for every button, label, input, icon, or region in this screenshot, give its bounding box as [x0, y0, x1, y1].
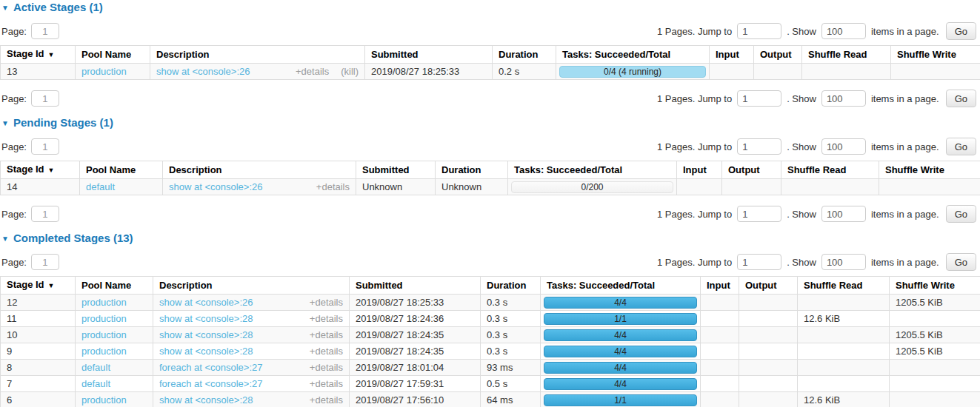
- cell-pool-name: production: [76, 311, 153, 327]
- stage-description-link[interactable]: show at <console>:28: [159, 329, 253, 340]
- cell-output: [722, 179, 781, 195]
- column-header-shuffle-read[interactable]: Shuffle Read: [802, 46, 891, 64]
- pagination-left: Page:: [1, 206, 59, 222]
- column-header-input[interactable]: Input: [710, 46, 754, 64]
- column-header-duration[interactable]: Duration: [481, 277, 541, 295]
- jump-to-page-input[interactable]: [737, 138, 781, 155]
- jump-to-page-input[interactable]: [737, 90, 781, 107]
- column-header-submitted[interactable]: Submitted: [365, 46, 493, 64]
- column-header-pool-name[interactable]: Pool Name: [80, 161, 163, 179]
- column-header-input[interactable]: Input: [701, 277, 739, 295]
- go-button[interactable]: Go: [946, 22, 976, 40]
- column-header-shuffle-write[interactable]: Shuffle Write: [890, 277, 980, 295]
- cell-description: show at <console>:28+details: [153, 311, 350, 327]
- details-toggle[interactable]: +details: [310, 297, 343, 308]
- stage-description-link[interactable]: show at <console>:28: [159, 394, 253, 406]
- pool-name-link[interactable]: production: [81, 394, 127, 406]
- column-header-label: Submitted: [362, 164, 410, 175]
- page-size-input[interactable]: [821, 90, 866, 107]
- pool-name-link[interactable]: default: [81, 378, 110, 389]
- details-toggle[interactable]: +details: [310, 313, 343, 324]
- stage-description-link[interactable]: foreach at <console>:27: [159, 378, 263, 389]
- section-title-active[interactable]: ▼Active Stages (1): [1, 1, 980, 14]
- collapse-arrow-icon: ▼: [1, 4, 9, 12]
- pagination-right: 1 Pages. Jump to. Showitems in a page.Go: [657, 138, 976, 155]
- cell-shuffle-read: 12.6 KiB: [798, 392, 890, 407]
- jump-to-page-input[interactable]: [737, 254, 781, 270]
- pool-name-link[interactable]: production: [81, 329, 127, 340]
- pool-name-link[interactable]: production: [81, 66, 127, 77]
- column-header-stage-id[interactable]: Stage Id▼: [1, 161, 80, 179]
- column-header-duration[interactable]: Duration: [436, 161, 508, 179]
- cell-stage-id: 7: [1, 376, 76, 392]
- column-header-description[interactable]: Description: [153, 277, 350, 295]
- column-header-stage-id[interactable]: Stage Id▼: [1, 46, 76, 64]
- stage-description-link[interactable]: show at <console>:28: [159, 346, 253, 357]
- section-title-pending[interactable]: ▼Pending Stages (1): [1, 117, 980, 130]
- details-toggle[interactable]: +details: [310, 329, 343, 340]
- column-header-output[interactable]: Output: [722, 161, 781, 179]
- page-number-input[interactable]: [31, 90, 59, 107]
- details-toggle[interactable]: +details: [310, 346, 343, 357]
- stage-description-link[interactable]: show at <console>:26: [159, 297, 253, 308]
- column-header-shuffle-read[interactable]: Shuffle Read: [781, 161, 879, 179]
- description-actions: +details: [316, 181, 350, 193]
- column-header-submitted[interactable]: Submitted: [356, 161, 436, 179]
- jump-to-page-input[interactable]: [737, 206, 781, 222]
- items-text: items in a page.: [871, 209, 939, 220]
- go-button[interactable]: Go: [946, 90, 976, 107]
- column-header-description[interactable]: Description: [163, 161, 356, 179]
- column-header-shuffle-read[interactable]: Shuffle Read: [798, 277, 890, 295]
- column-header-pool-name[interactable]: Pool Name: [76, 277, 153, 295]
- pool-name-link[interactable]: default: [81, 362, 110, 373]
- pool-name-link[interactable]: production: [81, 346, 127, 357]
- go-button[interactable]: Go: [946, 253, 976, 271]
- page-label: Page:: [1, 209, 27, 220]
- column-header-tasks-succeeded-total[interactable]: Tasks: Succeeded/Total: [556, 46, 710, 64]
- column-header-tasks-succeeded-total[interactable]: Tasks: Succeeded/Total: [541, 277, 701, 295]
- cell-duration: 0.3 s: [481, 327, 541, 343]
- column-header-tasks-succeeded-total[interactable]: Tasks: Succeeded/Total: [508, 161, 677, 179]
- column-header-description[interactable]: Description: [150, 46, 365, 64]
- stage-description-link[interactable]: show at <console>:26: [169, 181, 262, 192]
- page-number-input[interactable]: [31, 138, 59, 155]
- cell-shuffle-write: [890, 311, 980, 327]
- cell-tasks: 4/4: [541, 360, 701, 376]
- cell-pool-name: production: [76, 392, 153, 407]
- details-toggle[interactable]: +details: [296, 66, 329, 77]
- details-toggle[interactable]: +details: [310, 362, 343, 373]
- column-header-stage-id[interactable]: Stage Id▼: [1, 277, 76, 295]
- stage-description-link[interactable]: foreach at <console>:27: [159, 362, 263, 373]
- page-size-input[interactable]: [821, 138, 866, 155]
- go-button[interactable]: Go: [946, 138, 976, 155]
- column-header-shuffle-write[interactable]: Shuffle Write: [891, 46, 980, 64]
- go-button[interactable]: Go: [946, 205, 976, 223]
- column-header-submitted[interactable]: Submitted: [350, 277, 481, 295]
- page-number-input[interactable]: [31, 206, 59, 222]
- page-size-input[interactable]: [821, 23, 866, 39]
- cell-shuffle-read: [798, 327, 890, 343]
- stage-description-link[interactable]: show at <console>:28: [159, 313, 253, 324]
- pool-name-link[interactable]: production: [81, 313, 127, 324]
- section-title-completed[interactable]: ▼Completed Stages (13): [1, 232, 980, 245]
- column-header-pool-name[interactable]: Pool Name: [76, 46, 150, 64]
- stage-description-link[interactable]: show at <console>:26: [156, 66, 250, 77]
- details-toggle[interactable]: +details: [316, 181, 350, 192]
- column-header-input[interactable]: Input: [677, 161, 722, 179]
- column-header-output[interactable]: Output: [754, 46, 802, 64]
- details-toggle[interactable]: +details: [310, 378, 343, 389]
- pool-name-link[interactable]: production: [81, 297, 127, 308]
- cell-output: [739, 392, 798, 407]
- jump-to-page-input[interactable]: [737, 23, 781, 39]
- kill-link[interactable]: (kill): [341, 66, 359, 77]
- column-header-duration[interactable]: Duration: [493, 46, 556, 64]
- details-toggle[interactable]: +details: [310, 394, 343, 406]
- column-header-label: Tasks: Succeeded/Total: [562, 49, 670, 60]
- page-size-input[interactable]: [821, 206, 866, 222]
- pool-name-link[interactable]: default: [86, 181, 115, 192]
- page-size-input[interactable]: [821, 254, 866, 270]
- column-header-shuffle-write[interactable]: Shuffle Write: [879, 161, 980, 179]
- page-number-input[interactable]: [31, 254, 59, 270]
- column-header-output[interactable]: Output: [739, 277, 798, 295]
- page-number-input[interactable]: [31, 23, 59, 39]
